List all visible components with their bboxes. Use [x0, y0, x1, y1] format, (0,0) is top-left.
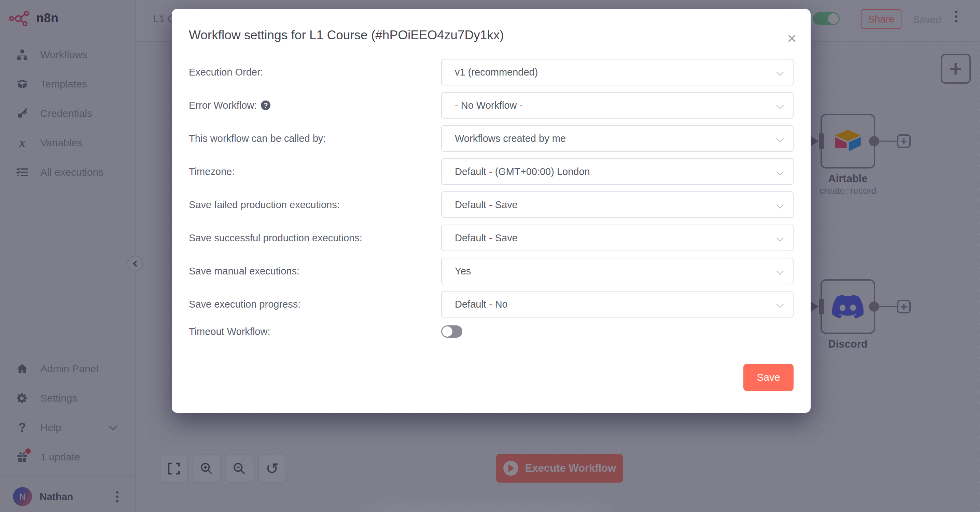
chevron-down-icon [776, 69, 784, 76]
select-value: Yes [455, 266, 471, 277]
field-label: This workflow can be called by: [189, 133, 441, 144]
field-save-success-executions: Save successful production executions: D… [189, 225, 794, 251]
field-caller-policy: This workflow can be called by: Workflow… [189, 125, 794, 152]
n8n-app: n8n Workflows Templates Credentials [0, 0, 980, 512]
save-success-select[interactable]: Default - Save [441, 225, 794, 251]
field-execution-order: Execution Order: v1 (recommended) [189, 59, 794, 85]
field-label: Execution Order: [189, 67, 441, 78]
save-progress-select[interactable]: Default - No [441, 291, 794, 317]
timezone-select[interactable]: Default - (GMT+00:00) London [441, 158, 794, 185]
select-value: Default - No [455, 299, 508, 310]
select-value: v1 (recommended) [455, 67, 538, 78]
toggle-knob [442, 326, 452, 337]
field-error-workflow: Error Workflow:? - No Workflow - [189, 92, 794, 119]
field-label: Save successful production executions: [189, 233, 441, 244]
field-save-execution-progress: Save execution progress: Default - No [189, 291, 794, 317]
caller-policy-select[interactable]: Workflows created by me [441, 125, 794, 152]
select-value: Workflows created by me [455, 133, 566, 144]
field-label: Timeout Workflow: [189, 326, 441, 337]
error-workflow-select[interactable]: - No Workflow - [441, 92, 794, 119]
field-save-failed-executions: Save failed production executions: Defau… [189, 191, 794, 218]
select-value: - No Workflow - [455, 100, 523, 111]
chevron-down-icon [776, 268, 784, 275]
chevron-down-icon [776, 102, 784, 109]
field-label: Save execution progress: [189, 299, 441, 310]
save-button[interactable]: Save [743, 364, 794, 391]
field-label: Timezone: [189, 166, 441, 177]
chevron-down-icon [776, 301, 784, 308]
field-label: Error Workflow: [189, 100, 257, 111]
help-circle-icon[interactable]: ? [261, 100, 270, 110]
modal-footer: Save [189, 364, 794, 391]
select-value: Default - (GMT+00:00) London [455, 166, 590, 177]
chevron-down-icon [776, 168, 784, 175]
field-label: Save manual executions: [189, 266, 441, 277]
save-manual-select[interactable]: Yes [441, 258, 794, 284]
field-timezone: Timezone: Default - (GMT+00:00) London [189, 158, 794, 185]
timeout-workflow-toggle[interactable] [441, 325, 462, 338]
field-save-manual-executions: Save manual executions: Yes [189, 258, 794, 284]
save-failed-select[interactable]: Default - Save [441, 191, 794, 218]
select-value: Default - Save [455, 199, 518, 211]
close-icon[interactable]: × [787, 32, 796, 45]
modal-title: Workflow settings for L1 Course (#hPOiEE… [189, 28, 794, 42]
chevron-down-icon [776, 234, 784, 242]
workflow-settings-modal: Workflow settings for L1 Course (#hPOiEE… [172, 9, 811, 413]
execution-order-select[interactable]: v1 (recommended) [441, 59, 794, 85]
settings-form: Execution Order: v1 (recommended) Error … [189, 59, 794, 339]
chevron-down-icon [776, 135, 784, 142]
select-value: Default - Save [455, 233, 518, 244]
chevron-down-icon [776, 201, 784, 209]
field-timeout-workflow: Timeout Workflow: [189, 324, 794, 339]
field-label: Save failed production executions: [189, 199, 441, 211]
